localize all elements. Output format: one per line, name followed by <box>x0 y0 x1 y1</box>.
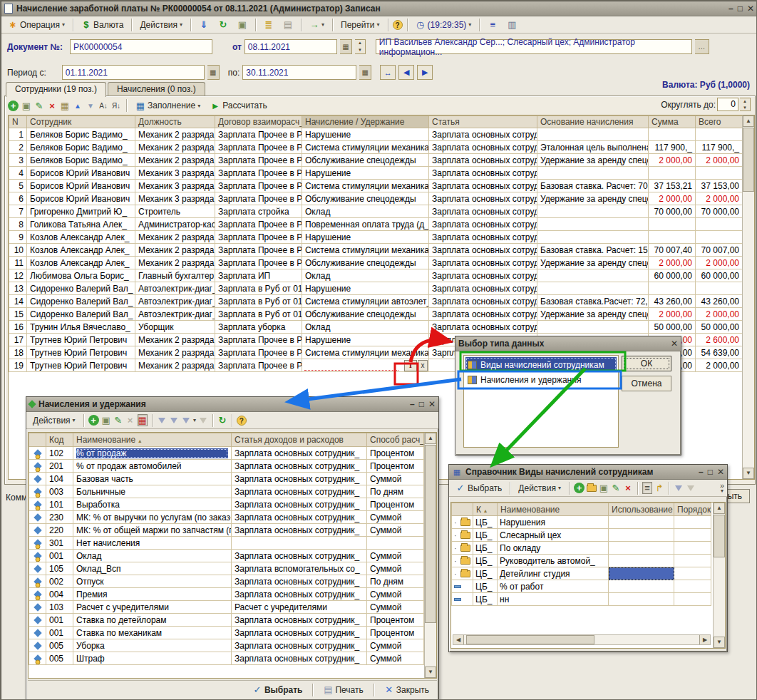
maximize-icon[interactable]: □ <box>708 467 713 477</box>
scroll-up-icon[interactable]: ▲ <box>425 433 436 444</box>
round-input[interactable]: 0 <box>717 98 738 111</box>
period-to-field[interactable]: 30.11.2021 <box>242 65 356 80</box>
column-header[interactable]: Договор взаиморасч_ <box>215 116 302 128</box>
scroll-down-icon[interactable]: ▼ <box>714 637 725 648</box>
employee-cell[interactable]: Голикова Татьяна Алек_ <box>27 218 135 231</box>
actions-menu-button[interactable]: Действия▾ <box>515 482 565 495</box>
scroll-down-icon[interactable]: ▼ <box>425 666 436 678</box>
maximize-icon[interactable]: □ <box>419 399 424 409</box>
scroll-right-icon[interactable]: ▶ <box>699 635 710 644</box>
date-spinner[interactable]: ▲▼ <box>355 39 366 54</box>
actions-menu-button[interactable]: Действия ▾ <box>136 19 186 31</box>
vertical-scrollbar[interactable]: ▲ ▼ <box>742 115 754 479</box>
main-titlebar[interactable]: Начисление заработной платы № РК00000054… <box>1 1 757 16</box>
scrollbar-thumb[interactable] <box>466 635 594 644</box>
minimize-icon[interactable]: – <box>728 4 733 14</box>
calendar-icon[interactable]: ▦ <box>340 39 352 54</box>
list-item[interactable]: · ЦБ_ Нарушения <box>452 516 711 529</box>
vertical-scrollbar[interactable]: ▲ ▼ <box>424 433 436 678</box>
usage-cell[interactable] <box>609 542 674 555</box>
accrual-cell[interactable]: Система стимуляции механика <box>302 346 429 359</box>
copy-document-button[interactable]: ▣ <box>234 18 251 31</box>
list-item[interactable]: 001 Ставка по механикам Зарплата основны… <box>29 627 424 639</box>
doc-number-field[interactable]: РК00000054 <box>70 39 212 54</box>
select-button[interactable]: ✓ Выбрать <box>452 481 505 495</box>
move-down-icon[interactable]: ▼ <box>86 101 96 111</box>
list-item[interactable]: 005 Уборка Зарплата основных сотрудник_ … <box>29 639 424 652</box>
type-option[interactable]: Виды начислений сотрудникам <box>465 357 617 372</box>
table-row[interactable]: 8 Голикова Татьяна Алек_ Администратор-к… <box>9 218 743 231</box>
accrual-cell[interactable]: Обслуживание спецодежды <box>302 257 429 269</box>
copy-icon[interactable]: ▣ <box>599 483 609 493</box>
fill-menu-button[interactable]: ▦ Заполнение ▾ <box>132 99 204 113</box>
accrual-cell[interactable]: Система стимуляции механика <box>302 180 429 192</box>
scroll-left-icon[interactable]: ◀ <box>453 635 464 644</box>
list-item[interactable]: 201 % от продаж автомобилей Зарплата осн… <box>29 460 424 473</box>
period-prev-button[interactable]: ◀ <box>398 65 414 80</box>
accrual-cell[interactable]: Нарушение <box>302 167 429 180</box>
period-from-field[interactable]: 01.11.2021 <box>62 65 205 80</box>
close-button[interactable]: ✕ Закрыть <box>381 683 433 696</box>
employee-cell[interactable]: Борисов Юрий Иванович <box>27 180 135 192</box>
accruals-titlebar[interactable]: Начисления и удержания – □ ✕ <box>26 397 438 412</box>
usage-cell[interactable] <box>609 593 674 606</box>
add-group-icon[interactable] <box>587 485 597 492</box>
list-item[interactable]: 005 Штраф Зарплата основных сотрудник_ С… <box>29 652 424 665</box>
column-header[interactable]: Должность <box>135 116 215 128</box>
list-item[interactable]: 103 Расчет с учредителями Расчет с учред… <box>29 601 424 614</box>
column-header[interactable]: Начисление / Удержание <box>302 116 429 128</box>
tree-expand-dot[interactable]: · <box>454 570 457 578</box>
close-icon[interactable]: ✕ <box>671 339 678 349</box>
table-row[interactable]: 4 Борисов Юрий Иванович Механик 3 разряд… <box>9 167 743 180</box>
list-item[interactable]: 105 Оклад_Всп Зарплата вспомогательных с… <box>29 562 424 575</box>
sort-desc-icon[interactable]: Я↓ <box>111 101 121 111</box>
round-spinner[interactable]: ▲▼ <box>740 98 751 111</box>
currency-button[interactable]: $ Валюта <box>78 18 127 31</box>
refresh-icon[interactable]: ↻ <box>217 415 227 426</box>
scrollbar-thumb[interactable] <box>743 128 754 192</box>
accrual-cell[interactable]: Система стимуляции автоэлет_ <box>302 295 429 308</box>
filter-settings-icon[interactable] <box>675 485 682 491</box>
more-button[interactable]: … <box>695 39 709 54</box>
calendar-icon[interactable]: ▦ <box>207 65 220 80</box>
table-row[interactable]: 6 Борисов Юрий Иванович Механик 3 разряд… <box>9 192 743 205</box>
table-row[interactable]: 11 Козлов Александр Алек_ Механик 2 разр… <box>9 257 743 269</box>
type-option[interactable]: Начисления и удержания <box>465 372 617 387</box>
tree-expand-dot[interactable]: · <box>454 557 457 565</box>
table-row[interactable]: 2 Беляков Борис Вадимо_ Механик 2 разряд… <box>9 141 743 154</box>
choose-type-button[interactable]: Т <box>404 360 417 371</box>
table-row[interactable]: 10 Козлов Александр Алек_ Механик 2 разр… <box>9 244 743 257</box>
employee-cell[interactable]: Козлов Александр Алек_ <box>27 244 135 257</box>
period-next-button[interactable]: ▶ <box>417 65 433 80</box>
delete-row-icon[interactable]: × <box>47 101 57 111</box>
column-header[interactable]: Основание начисления <box>537 116 649 128</box>
employee-cell[interactable]: Григоренко Дмитрий Ю_ <box>27 205 135 218</box>
hierarchy-view-icon[interactable]: ≡ <box>642 482 652 494</box>
tree-expand-dot[interactable]: · <box>454 518 457 527</box>
accrual-cell[interactable]: Система стимуляции механика <box>302 244 429 257</box>
horizontal-scrollbar[interactable]: ◀ ▶ <box>453 634 711 645</box>
column-header[interactable]: Статья <box>429 116 537 128</box>
close-icon[interactable]: ✕ <box>747 4 754 14</box>
list-item[interactable]: ЦБ_ % от работ <box>452 580 711 593</box>
column-header[interactable]: N <box>9 116 27 128</box>
document-motions-button[interactable]: ≡ <box>484 18 501 31</box>
copy-icon[interactable]: ▣ <box>101 415 111 426</box>
form-settings-button[interactable]: ▥ <box>503 18 520 31</box>
usage-cell[interactable] <box>609 555 674 567</box>
table-row[interactable]: 13 Сидоренко Валерий Вал_ Автоэлектрик-д… <box>9 282 743 295</box>
close-icon[interactable]: ✕ <box>428 399 436 409</box>
catalog-titlebar[interactable]: ▦ Справочник Виды начислений сотрудникам… <box>449 465 727 480</box>
close-icon[interactable]: ✕ <box>717 467 724 477</box>
cancel-button[interactable]: Отмена <box>622 376 671 391</box>
list-item[interactable]: 001 Ставка по детейлорам Зарплата основн… <box>29 614 424 627</box>
usage-cell[interactable] <box>609 529 674 542</box>
usage-cell[interactable] <box>609 580 674 593</box>
column-header[interactable]: К▴ <box>473 503 498 516</box>
reread-button[interactable]: ↻ <box>215 18 232 31</box>
list-item[interactable]: 104 Базовая часть Зарплата основных сотр… <box>29 473 424 485</box>
table-row[interactable]: 9 Козлов Александр Алек_ Механик 2 разря… <box>9 231 743 244</box>
edit-row-icon[interactable]: ✎ <box>34 101 44 111</box>
quick-filter-icon[interactable] <box>182 418 190 423</box>
goto-menu-button[interactable]: Перейти ▾ <box>337 19 383 31</box>
